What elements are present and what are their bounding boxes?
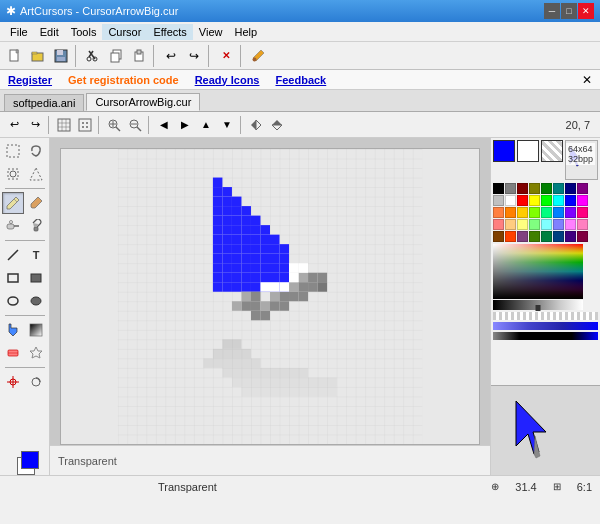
flip-v-button[interactable] — [267, 115, 287, 135]
transform-tool[interactable] — [25, 371, 47, 393]
copy-button[interactable] — [105, 45, 127, 67]
flip-h-button[interactable] — [246, 115, 266, 135]
color-cell[interactable] — [553, 195, 564, 206]
color-cell[interactable] — [529, 183, 540, 194]
eraser-tool[interactable] — [2, 342, 24, 364]
tab-softpedia[interactable]: softpedia.ani — [4, 94, 84, 111]
ready-icons-link[interactable]: Ready Icons — [195, 74, 260, 86]
color-cell[interactable] — [565, 195, 576, 206]
color-cell[interactable] — [577, 207, 588, 218]
get-code-link[interactable]: Get registration code — [68, 74, 179, 86]
menu-tools[interactable]: Tools — [65, 24, 103, 40]
color-cell[interactable] — [529, 219, 540, 230]
redo-button[interactable]: ↪ — [183, 45, 205, 67]
transparent-swatch[interactable] — [541, 140, 563, 162]
ellipse-tool[interactable] — [2, 290, 24, 312]
undo-button[interactable]: ↩ — [160, 45, 182, 67]
new-button[interactable] — [4, 45, 26, 67]
color-cell[interactable] — [493, 231, 504, 242]
color-cell[interactable] — [517, 207, 528, 218]
color-cell[interactable] — [541, 231, 552, 242]
sub-undo-button[interactable]: ↩ — [4, 115, 24, 135]
feedback-link[interactable]: Feedback — [275, 74, 326, 86]
color-cell[interactable] — [529, 231, 540, 242]
brush-tool[interactable] — [25, 192, 47, 214]
maximize-button[interactable]: □ — [561, 3, 577, 19]
color-cell[interactable] — [529, 207, 540, 218]
color-cell[interactable] — [493, 219, 504, 230]
menu-file[interactable]: File — [4, 24, 34, 40]
register-link[interactable]: Register — [8, 74, 52, 86]
menu-cursor[interactable]: Cursor — [102, 24, 147, 40]
close-regbar-button[interactable]: ✕ — [582, 73, 592, 87]
color-cell[interactable] — [505, 183, 516, 194]
gradient-selector[interactable] — [493, 244, 583, 299]
paste-button[interactable] — [128, 45, 150, 67]
text-tool[interactable]: T — [25, 244, 47, 266]
select2-tool[interactable] — [2, 163, 24, 185]
pencil-tool[interactable] — [2, 192, 24, 214]
color-cell[interactable] — [577, 183, 588, 194]
color-cell[interactable] — [553, 207, 564, 218]
arrow-right-button[interactable]: ▶ — [175, 115, 195, 135]
color-cell[interactable] — [517, 231, 528, 242]
color-cell[interactable] — [577, 219, 588, 230]
color-cell[interactable] — [541, 195, 552, 206]
tab-cursor-file[interactable]: CursorArrowBig.cur — [86, 93, 200, 111]
menu-view[interactable]: View — [193, 24, 229, 40]
fill-ellipse-tool[interactable] — [25, 290, 47, 312]
color-cell[interactable] — [577, 195, 588, 206]
color-cell[interactable] — [493, 183, 504, 194]
eyedrop-tool[interactable] — [25, 215, 47, 237]
color-cell[interactable] — [529, 195, 540, 206]
color-cell[interactable] — [565, 207, 576, 218]
color-cell[interactable] — [517, 183, 528, 194]
grid-button[interactable] — [54, 115, 74, 135]
color-cell[interactable] — [565, 219, 576, 230]
zoom-out-button[interactable] — [125, 115, 145, 135]
color-cell[interactable] — [541, 207, 552, 218]
color-cell[interactable] — [505, 231, 516, 242]
color-cell[interactable] — [505, 207, 516, 218]
color-cell[interactable] — [565, 183, 576, 194]
rect-tool[interactable] — [2, 267, 24, 289]
minimize-button[interactable]: ─ — [544, 3, 560, 19]
zoom-in-button[interactable] — [104, 115, 124, 135]
hue-bar[interactable] — [493, 300, 583, 310]
menu-help[interactable]: Help — [229, 24, 264, 40]
close-button[interactable]: ✕ — [578, 3, 594, 19]
arrow-left-button[interactable]: ◀ — [154, 115, 174, 135]
arrow-down-button[interactable]: ▼ — [217, 115, 237, 135]
save-button[interactable] — [50, 45, 72, 67]
menu-effects[interactable]: Effects — [147, 24, 192, 40]
bg-swatch-large[interactable] — [517, 140, 539, 162]
menu-edit[interactable]: Edit — [34, 24, 65, 40]
color-cell[interactable] — [493, 207, 504, 218]
fill-rect-tool[interactable] — [25, 267, 47, 289]
open-button[interactable] — [27, 45, 49, 67]
color-cell[interactable] — [505, 219, 516, 230]
bar-2[interactable] — [493, 322, 598, 330]
select-tool[interactable] — [2, 140, 24, 162]
fill-tool[interactable] — [2, 319, 24, 341]
color-cell[interactable] — [553, 231, 564, 242]
dot-grid-button[interactable] — [75, 115, 95, 135]
color-cell[interactable] — [505, 195, 516, 206]
color-cell[interactable] — [541, 219, 552, 230]
line-tool[interactable] — [2, 244, 24, 266]
color-cell[interactable] — [553, 183, 564, 194]
magic-erase-tool[interactable] — [25, 342, 47, 364]
pixel-canvas[interactable] — [60, 148, 480, 445]
color-cell[interactable] — [553, 219, 564, 230]
delete-button[interactable]: ✕ — [215, 45, 237, 67]
select3-tool[interactable] — [25, 163, 47, 185]
fg-color-swatch[interactable] — [21, 451, 39, 469]
gradient-tool[interactable] — [25, 319, 47, 341]
bar-3[interactable] — [493, 332, 598, 340]
color-cell[interactable] — [493, 195, 504, 206]
sub-redo-button[interactable]: ↪ — [25, 115, 45, 135]
color-cell[interactable] — [517, 195, 528, 206]
color-cell[interactable] — [565, 231, 576, 242]
cut-button[interactable] — [82, 45, 104, 67]
color-cell[interactable] — [577, 231, 588, 242]
